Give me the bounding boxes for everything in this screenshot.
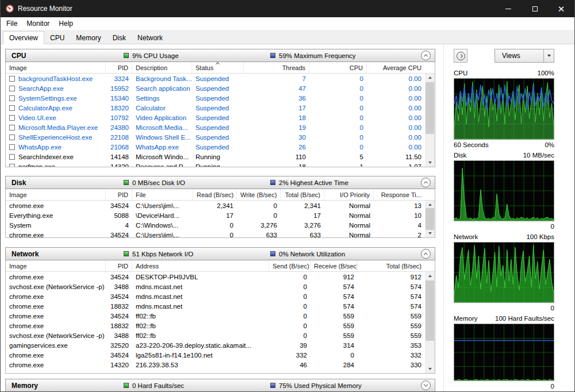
column-header-description[interactable]: Description [132, 62, 192, 73]
table-row[interactable]: Microsoft.Media.Player.exe24380Microsoft… [6, 122, 425, 132]
column-header-address[interactable]: Address [132, 260, 269, 271]
cpu-table-scrollbar[interactable] [425, 74, 435, 167]
disk-collapse-button[interactable] [421, 178, 431, 187]
column-header-pid[interactable]: PID [106, 260, 132, 271]
process-checkbox[interactable] [9, 144, 15, 150]
cpu-collapse-button[interactable] [421, 51, 431, 60]
collapse-sidebar-button[interactable] [454, 49, 467, 63]
table-row[interactable]: perfmon.exe14320Resource and P...Running… [6, 162, 425, 167]
table-row[interactable]: chrome.exe34524C:\Users\jim\...0633633No… [6, 230, 425, 237]
scrollbar-thumb[interactable] [425, 208, 434, 230]
column-header-i-o-priority[interactable]: I/O Priority [324, 189, 374, 200]
table-row[interactable]: chrome.exe34524ff02::fb0559559 [6, 311, 425, 321]
column-header-threads[interactable]: Threads [244, 62, 309, 73]
table-row[interactable]: CalculatorApp.exe18320CalculatorSuspende… [6, 103, 425, 113]
scroll-up-icon[interactable] [425, 74, 435, 82]
process-checkbox[interactable] [9, 164, 15, 167]
network-table-scrollbar[interactable] [425, 272, 435, 373]
disk-panel-header[interactable]: Disk 0 MB/sec Disk I/O 2% Highest Active… [5, 176, 435, 189]
process-checkbox[interactable] [9, 115, 15, 121]
table-row[interactable]: chrome.exe18832mdns.mcast.net0574574 [6, 301, 425, 311]
views-dropdown[interactable]: Views [494, 49, 554, 63]
network-activity-table: ImagePIDAddressSend (B/sec)Receive (B/se… [5, 260, 435, 374]
column-header-image[interactable]: Image [6, 260, 106, 271]
table-cell: ff02::fb [136, 332, 156, 339]
column-header-cpu[interactable]: CPU [309, 62, 367, 73]
tab-network[interactable]: Network [132, 32, 168, 44]
network-table-header: ImagePIDAddressSend (B/sec)Receive (B/se… [6, 260, 435, 272]
table-cell: 18 [298, 114, 306, 121]
menu-file[interactable]: File [2, 18, 22, 29]
table-row[interactable]: SystemSettings.exe15340SettingsSuspended… [6, 93, 425, 103]
process-checkbox[interactable] [9, 134, 15, 140]
table-cell: 332 [411, 352, 421, 359]
column-header-read-b-sec[interactable]: Read (B/sec) [193, 189, 237, 200]
scroll-up-icon[interactable] [425, 201, 435, 209]
scroll-down-icon[interactable] [425, 229, 435, 237]
tab-cpu[interactable]: CPU [44, 32, 70, 44]
table-row[interactable]: chrome.exe14320216.239.38.5346284330 [6, 360, 425, 370]
tab-disk[interactable]: Disk [107, 32, 132, 44]
cpu-panel-header[interactable]: CPU 9% CPU Usage 59% Maximum Frequency [5, 49, 435, 62]
table-row[interactable]: Video.UI.exe10792Video ApplicationSuspen… [6, 113, 425, 122]
column-header-write-b-sec[interactable]: Write (B/sec) [237, 189, 281, 200]
table-row[interactable]: chrome.exe34524C:\Users\jim\...2,34102,3… [6, 201, 425, 210]
tab-memory[interactable]: Memory [70, 32, 106, 44]
table-row[interactable]: svchost.exe (NetworkService -p)3488mdns.… [6, 282, 425, 291]
column-header-total-b-sec[interactable]: Total (B/sec) [358, 260, 425, 271]
table-row[interactable]: svchost.exe (NetworkService -p)3488ff02:… [6, 330, 425, 340]
tab-overview[interactable]: Overview [3, 31, 44, 44]
disk-table-scrollbar[interactable] [425, 201, 435, 237]
column-header-average-cpu[interactable]: Average CPU [367, 62, 425, 73]
column-header-pid[interactable]: PID [106, 62, 132, 73]
scroll-down-icon[interactable] [425, 365, 435, 373]
menu-help[interactable]: Help [54, 18, 78, 29]
close-button[interactable]: ✕ [548, 0, 574, 17]
column-header-total-b-sec[interactable]: Total (B/sec) [281, 189, 324, 200]
column-header-receive-b-sec[interactable]: Receive (B/sec) [310, 260, 358, 271]
memory-panel-title: Memory [6, 382, 124, 390]
table-cell: 2,341 [217, 202, 233, 209]
memory-expand-button[interactable] [421, 381, 431, 390]
table-row[interactable]: WhatsApp.exe21068WhatsApp.exeSuspended26… [6, 142, 425, 152]
table-cell: backgroundTaskHost.exe [18, 75, 93, 82]
table-row[interactable]: chrome.exe34524mdns.mcast.net0574574 [6, 291, 425, 301]
column-header-response-ti[interactable]: Response Ti... [374, 189, 425, 200]
memory-panel-header[interactable]: Memory 0 Hard Faults/sec 75% Used Physic… [5, 379, 435, 392]
column-header-status[interactable]: Status [192, 62, 244, 73]
table-cell: Running [195, 153, 220, 160]
column-header-image[interactable]: Image [6, 62, 106, 73]
process-checkbox[interactable] [9, 125, 15, 130]
process-checkbox[interactable] [9, 95, 15, 101]
table-row[interactable]: chrome.exe18832ff02::fb0559559 [6, 321, 425, 330]
network-collapse-button[interactable] [421, 249, 431, 259]
column-header-pid[interactable]: PID [106, 189, 132, 200]
table-cell: 3324 [114, 75, 129, 82]
scroll-up-icon[interactable] [425, 272, 435, 280]
column-header-image[interactable]: Image [6, 189, 106, 200]
process-checkbox[interactable] [9, 105, 15, 111]
table-row[interactable]: chrome.exe34524DESKTOP-PH9JVBL0912912 [6, 272, 425, 282]
table-row[interactable]: System4C:\Windows\...03,2763,276Normal4 [6, 220, 425, 230]
process-checkbox[interactable] [9, 154, 15, 160]
table-row[interactable]: SearchApp.exe15952Search applicationSusp… [6, 83, 425, 93]
minimize-button[interactable] [495, 0, 522, 17]
table-row[interactable]: ShellExperienceHost.exe22108Windows Shel… [6, 132, 425, 142]
table-row[interactable]: backgroundTaskHost.exe3324Background Tas… [6, 74, 425, 83]
column-header-file[interactable]: File [132, 189, 193, 200]
scroll-down-icon[interactable] [425, 159, 435, 167]
scrollbar-thumb[interactable] [425, 280, 434, 341]
menu-monitor[interactable]: Monitor [22, 18, 54, 29]
maximize-button[interactable] [522, 0, 548, 17]
process-checkbox[interactable] [9, 86, 15, 91]
table-row[interactable]: gamingservices.exe32520a23-220-206-39.de… [6, 340, 425, 350]
table-row[interactable]: Everything.exe5088\Device\Hard...17017No… [6, 210, 425, 220]
table-row[interactable]: chrome.exe34524lga25s81-in-f14.1e100.net… [6, 350, 425, 360]
column-header-send-b-sec[interactable]: Send (B/sec) [269, 260, 310, 271]
table-row[interactable]: SearchIndexer.exe14148Microsoft Windo...… [6, 152, 425, 162]
process-checkbox[interactable] [9, 76, 15, 82]
network-panel-header[interactable]: Network 51 Kbps Network I/O 0% Network U… [5, 247, 435, 260]
table-cell: C:\Users\jim\... [136, 202, 179, 209]
scrollbar-thumb[interactable] [425, 82, 434, 134]
table-cell: SearchApp.exe [18, 85, 64, 92]
